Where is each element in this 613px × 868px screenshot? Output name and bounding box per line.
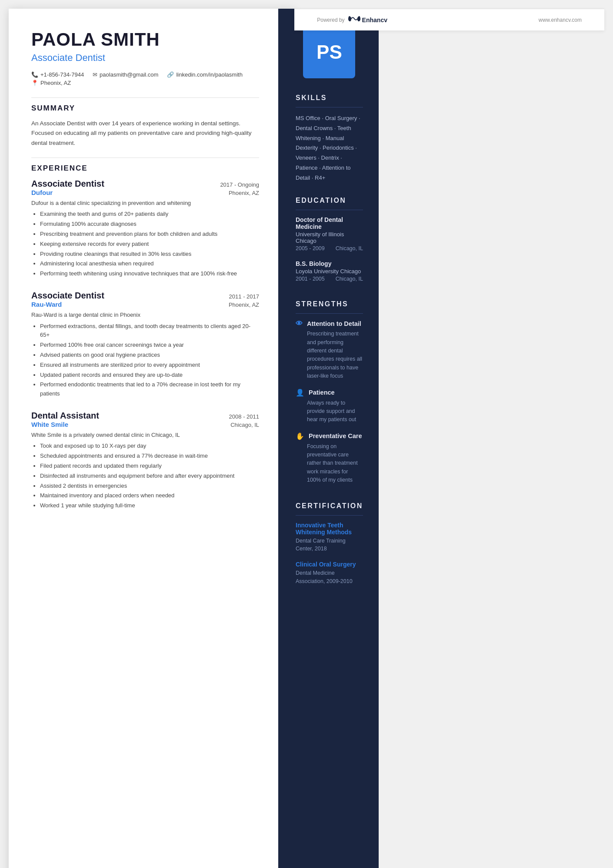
bullet: Administering local anesthesia when requ… [40, 259, 259, 268]
summary-text: An Associate Dentist with over 14 years … [31, 119, 259, 148]
strength-icon-3: ✋ [296, 432, 304, 440]
job-title-3: Dental Assistant [31, 411, 99, 421]
job-header-2: Associate Dentist 2011 - 2017 [31, 291, 259, 301]
job-block-1: Associate Dentist 2017 - Ongoing Dufour … [31, 179, 259, 279]
edu-location-2: Chicago, IL [336, 276, 363, 282]
job-location-3: Chicago, IL [230, 422, 259, 428]
cert-block-2: Clinical Oral Surgery Dental Medicine As… [296, 561, 363, 586]
cert-title-2: Clinical Oral Surgery [296, 561, 363, 568]
brand-text: Enhancv [362, 17, 387, 23]
strength-title-1: Attention to Detail [307, 320, 361, 327]
footer-left: Powered by Enhancv [317, 15, 387, 24]
job-desc-1: Dufour is a dental clinic specializing i… [31, 199, 259, 208]
edu-dates-2: 2001 - 2005 [296, 276, 325, 282]
powered-by-text: Powered by [317, 17, 344, 23]
strength-block-2: 👤 Patience Always ready to provide suppo… [296, 389, 363, 424]
bullet: Formulating 100% accurate diagnoses [40, 220, 259, 229]
summary-divider [31, 97, 259, 98]
linkedin-text: linkedin.com/in/paolasmith [176, 71, 242, 78]
edu-location-1: Chicago, IL [336, 245, 363, 251]
bullet: Took and exposed up to 10 X-rays per day [40, 442, 259, 451]
bullet: Assisted 2 dentists in emergencies [40, 482, 259, 491]
email-text: paolasmith@gmail.com [100, 71, 158, 78]
edu-degree-2: B.S. Biology [296, 260, 363, 267]
certification-divider [296, 515, 363, 516]
bullet: Performed endodontic treatments that led… [40, 380, 259, 399]
job-dates-1: 2017 - Ongoing [220, 181, 259, 188]
bullet: Scheduled appointments and ensured a 77%… [40, 452, 259, 461]
email-item: ✉ paolasmith@gmail.com [93, 71, 158, 78]
bullet: Disinfected all instruments and equipmen… [40, 472, 259, 481]
bullet: Prescribing treatment and prevention pla… [40, 230, 259, 239]
edu-school-1: University of Illinois Chicago [296, 231, 363, 244]
job-header-1: Associate Dentist 2017 - Ongoing [31, 179, 259, 189]
job-title-2: Associate Dentist [31, 291, 104, 301]
certification-title: CERTIFICATION [296, 502, 363, 510]
website-text: www.enhancv.com [539, 17, 582, 23]
candidate-title: Associate Dentist [31, 52, 259, 64]
skills-divider [296, 107, 363, 107]
phone-icon: 📞 [31, 71, 38, 78]
job-desc-3: White Smile is a privately owned dental … [31, 431, 259, 439]
summary-title: SUMMARY [31, 104, 259, 113]
experience-title: EXPERIENCE [31, 164, 259, 173]
contact-row: 📞 +1-856-734-7944 ✉ paolasmith@gmail.com… [31, 71, 259, 78]
strength-icon-1: 👁 [296, 320, 303, 328]
bullet: Updated patient records and ensured they… [40, 371, 259, 380]
edu-dates-row-2: 2001 - 2005 Chicago, IL [296, 276, 363, 282]
job-location-2: Phoenix, AZ [229, 302, 259, 308]
edu-dates-1: 2005 - 2009 [296, 245, 325, 251]
job-company-3: White Smile [31, 421, 68, 428]
bullet: Providing routine cleanings that resulte… [40, 250, 259, 259]
education-divider [296, 210, 363, 210]
bullet: Maintained inventory and placed orders w… [40, 491, 259, 500]
linkedin-item: 🔗 linkedin.com/in/paolasmith [167, 71, 242, 78]
strength-block-1: 👁 Attention to Detail Prescribing treatm… [296, 320, 363, 380]
job-location-row-1: Dufour Phoenix, AZ [31, 189, 259, 196]
job-block-3: Dental Assistant 2008 - 2011 White Smile… [31, 411, 259, 511]
enhancv-logo: Enhancv [348, 15, 387, 24]
experience-divider [31, 158, 259, 158]
edu-dates-row-1: 2005 - 2009 Chicago, IL [296, 245, 363, 251]
email-icon: ✉ [93, 71, 97, 78]
job-bullets-2: Performed extractions, dental fillings, … [31, 322, 259, 399]
job-desc-2: Rau-Ward is a large dental clinic in Pho… [31, 311, 259, 319]
bullet: Performed extractions, dental fillings, … [40, 322, 259, 340]
bullet: Performed 100% free oral cancer screenin… [40, 341, 259, 350]
strength-title-3: Preventative Care [309, 432, 362, 439]
job-location-1: Phoenix, AZ [229, 190, 259, 196]
logo-icon [348, 15, 360, 24]
strength-header-3: ✋ Preventative Care [296, 432, 363, 440]
strength-desc-1: Prescribing treatment and performing dif… [296, 330, 363, 380]
bullet: Worked 1 year while studying full-time [40, 501, 259, 510]
location-text: Pheonix, AZ [40, 80, 71, 86]
strength-header-2: 👤 Patience [296, 389, 363, 397]
job-bullets-3: Took and exposed up to 10 X-rays per day… [31, 442, 259, 510]
job-location-row-2: Rau-Ward Phoenix, AZ [31, 301, 259, 308]
strength-title-2: Patience [309, 389, 335, 396]
bullet: Filed patient records and updated them r… [40, 462, 259, 471]
right-panel: PS SKILLS MS Office · Oral Surgery · Den… [278, 9, 379, 868]
location-icon: 📍 [31, 80, 38, 86]
bullet: Keeping extensive records for every pati… [40, 240, 259, 249]
strengths-title: STRENGTHS [296, 300, 363, 308]
location-row: 📍 Pheonix, AZ [31, 80, 259, 86]
edu-degree-1: Doctor of Dental Medicine [296, 216, 363, 230]
strength-block-3: ✋ Preventative Care Focusing on preventa… [296, 432, 363, 485]
education-title: EDUCATION [296, 197, 363, 204]
strengths-divider [296, 313, 363, 314]
job-company-1: Dufour [31, 189, 53, 196]
candidate-name: PAOLA SMITH [31, 30, 259, 50]
job-location-row-3: White Smile Chicago, IL [31, 421, 259, 428]
skills-title: SKILLS [296, 94, 363, 102]
cert-sub-2: Dental Medicine Association, 2009-2010 [296, 569, 363, 586]
cert-block-1: Innovative Teeth Whitening Methods Denta… [296, 522, 363, 553]
job-title-1: Associate Dentist [31, 179, 104, 189]
edu-block-1: Doctor of Dental Medicine University of … [296, 216, 363, 251]
phone-text: +1-856-734-7944 [40, 71, 84, 78]
job-company-2: Rau-Ward [31, 301, 62, 308]
job-bullets-1: Examining the teeth and gums of 20+ pati… [31, 210, 259, 278]
strength-icon-2: 👤 [296, 389, 304, 397]
phone-item: 📞 +1-856-734-7944 [31, 71, 84, 78]
job-block-2: Associate Dentist 2011 - 2017 Rau-Ward P… [31, 291, 259, 399]
